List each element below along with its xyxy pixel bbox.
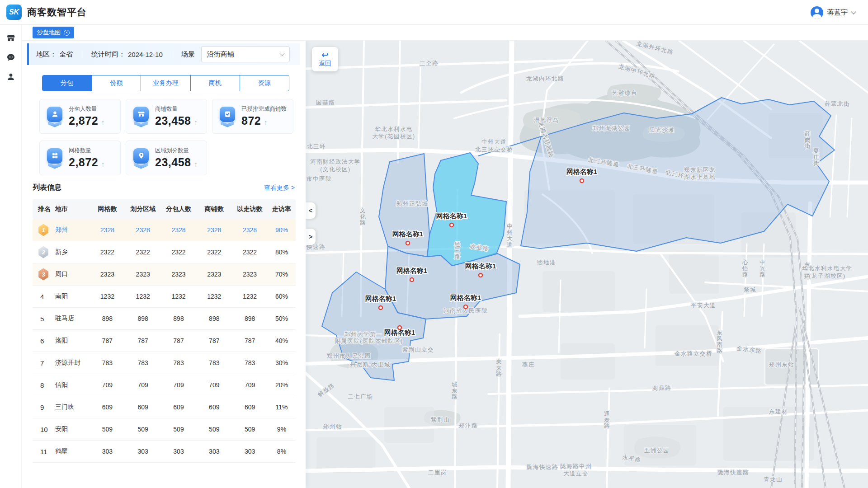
zone-count-cell: 1232	[125, 293, 161, 300]
table-row-新乡[interactable]: 2 新乡 2322 2322 2322 2322 2322 80%	[33, 241, 296, 263]
road-label: 陇海路中州	[560, 463, 592, 469]
chat-icon[interactable]	[5, 52, 17, 63]
table-row-信阳[interactable]: 8 信阳 709 709 709 709 709 20%	[33, 374, 296, 396]
rank-cell: 10	[33, 426, 55, 433]
grid-name-label[interactable]: 网格名称1	[436, 212, 467, 220]
panel-expand-handle[interactable]: >	[306, 229, 316, 245]
grid-marker-icon[interactable]	[406, 241, 410, 245]
road-label: 紫荆山立交	[402, 347, 434, 353]
grid-marker-icon[interactable]	[410, 278, 414, 282]
workspace-tab-strip: 沙盘地图 ×	[22, 25, 868, 41]
column-header-地市: 地市	[55, 205, 90, 213]
app-logo: SK	[6, 5, 22, 20]
rank-cell: 3	[33, 268, 55, 281]
grid-marker-icon[interactable]	[464, 305, 467, 309]
chevron-down-icon	[851, 9, 856, 14]
shop-count-cell: 1232	[196, 293, 232, 300]
road-label: 国基路	[316, 99, 335, 106]
grid-marker-icon[interactable]	[479, 273, 482, 277]
grid-count-cell: 783	[90, 359, 125, 366]
grid-name-label[interactable]: 网格名称1	[392, 230, 423, 238]
panel-collapse-handle[interactable]: <	[306, 202, 316, 219]
rank-cell: 1	[33, 224, 55, 236]
map-back-button[interactable]: ↩ 返回	[312, 47, 338, 71]
map-canvas[interactable]: 三全路龙湖外环北路龙湖中环北路龙湖内环北路艺雕绿台薛覃北街国基路湿地浮岛郑州龙湖…	[306, 41, 868, 488]
road-label: 附属医院(医院本部院区)	[335, 338, 403, 344]
view-more-link[interactable]: 查看更多 >	[264, 184, 295, 192]
road-label: 东建材	[769, 408, 788, 415]
city-cell: 周口	[55, 270, 90, 278]
road-label: 陇海快速路	[527, 464, 558, 470]
road-label: 郑州东站	[769, 361, 794, 368]
table-row-洛阳[interactable]: 6 洛阳 787 787 787 787 787 40%	[33, 330, 296, 352]
road-label: 郑州正弘城	[396, 201, 428, 207]
visit-rate-cell: 30%	[268, 359, 296, 366]
zone-count-cell: 2328	[125, 226, 161, 234]
table-row-济源开封[interactable]: 7 济源开封 783 783 783 783 783 30%	[33, 352, 296, 374]
tab-份额[interactable]: 份额	[91, 75, 141, 91]
table-row-周口[interactable]: 3 周口 2323 2323 2323 2323 2323 70%	[33, 263, 296, 286]
road-label: 艺雕绿台	[612, 90, 637, 96]
grid-marker-icon[interactable]	[398, 326, 401, 329]
tab-sandbox-map[interactable]: 沙盘地图 ×	[33, 27, 74, 38]
grid-name-label[interactable]: 网格名称1	[450, 294, 481, 301]
time-value: 2024-12-10	[128, 51, 163, 58]
visited-count-cell: 787	[232, 337, 268, 344]
grid-marker-icon[interactable]	[450, 223, 453, 227]
table-row-鹤壁[interactable]: 11 鹤壁 303 303 303 303 303 8%	[33, 441, 296, 463]
visited-count-cell: 1232	[232, 293, 268, 300]
grid-marker-icon[interactable]	[379, 306, 382, 310]
stat-label: 已摸排完成商铺数	[241, 105, 287, 113]
road-label: 经三路	[454, 241, 461, 260]
scene-select[interactable]: 沿街商铺	[201, 46, 290, 62]
grid-name-label[interactable]: 网格名称1	[566, 168, 597, 175]
tab-资源[interactable]: 资源	[240, 75, 289, 91]
grid-polygon-selected[interactable]	[427, 153, 506, 266]
grid-count-cell: 787	[90, 337, 125, 344]
stat-label: 区域划分数量	[155, 147, 198, 155]
tab-分包[interactable]: 分包	[42, 75, 91, 91]
stat-cards: 分包人数量 2,872↑ 商铺数量 23,458↑ 已摸排完成商铺数 872↑ …	[39, 99, 293, 175]
city-cell: 信阳	[55, 381, 90, 389]
tab-业务办理[interactable]: 业务办理	[141, 75, 190, 91]
road-label: 龙湖内环北路	[526, 75, 564, 82]
app-header: SK 商客数智平台 蒋蓝宇	[0, 0, 868, 25]
rank-cell: 6	[33, 337, 55, 345]
table-row-三门峡[interactable]: 9 三门峡 609 609 609 609 609 11%	[33, 396, 296, 418]
table-row-驻马店[interactable]: 5 驻马店 898 898 898 898 898 50%	[33, 308, 296, 330]
road-label: 中州大道	[507, 223, 513, 248]
road-label: 商鼎路	[652, 385, 671, 391]
table-row-南阳[interactable]: 4 南阳 1232 1232 1232 1232 1232 60%	[33, 286, 296, 308]
shop-badge-icon	[132, 105, 151, 128]
close-icon[interactable]: ×	[64, 30, 70, 36]
tab-label: 沙盘地图	[37, 28, 61, 37]
map-svg: 三全路龙湖外环北路龙湖中环北路龙湖内环北路艺雕绿台薛覃北街国基路湿地浮岛郑州龙湖…	[306, 41, 868, 488]
contractor-count-cell: 509	[161, 426, 197, 433]
grid-name-label[interactable]: 网格名称1	[465, 262, 496, 270]
road-label: 紫荆山	[430, 417, 450, 423]
road-label: 文化路	[360, 207, 366, 226]
user-name: 蒋蓝宇	[827, 8, 848, 17]
road-label: 中州大道	[481, 139, 507, 145]
user-menu[interactable]: 蒋蓝宇	[811, 0, 855, 25]
table-row-郑州[interactable]: 1 郑州 2328 2328 2328 2328 2328 90%	[33, 219, 296, 241]
city-table: 排名地市网格数划分区域分包人数商铺数以走访数走访率 1 郑州 2328 2328…	[33, 199, 296, 463]
grid-marker-icon[interactable]	[580, 179, 584, 183]
table-row-安阳[interactable]: 10 安阳 509 509 509 509 509 9%	[33, 418, 296, 441]
trend-up-icon: ↑	[264, 118, 268, 126]
tab-商机[interactable]: 商机	[190, 75, 240, 91]
grid-count-cell: 2323	[90, 271, 125, 278]
store-icon[interactable]	[5, 32, 17, 44]
visit-rate-cell: 80%	[268, 249, 296, 256]
road-label: 东风南路	[717, 329, 723, 354]
grid-count-cell: 609	[90, 404, 125, 411]
rank-cell: 4	[33, 293, 55, 300]
grid-name-label[interactable]: 网格名称1	[365, 295, 396, 302]
scene-value: 沿街商铺	[207, 50, 234, 59]
stat-value: 872	[241, 114, 261, 127]
zone-count-cell: 2323	[125, 271, 161, 278]
user-icon[interactable]	[5, 71, 17, 83]
road-label: 丹尼斯·大卫城	[350, 361, 391, 368]
road-label: 五洲公园	[644, 447, 670, 454]
grid-name-label[interactable]: 网格名称1	[396, 267, 427, 274]
